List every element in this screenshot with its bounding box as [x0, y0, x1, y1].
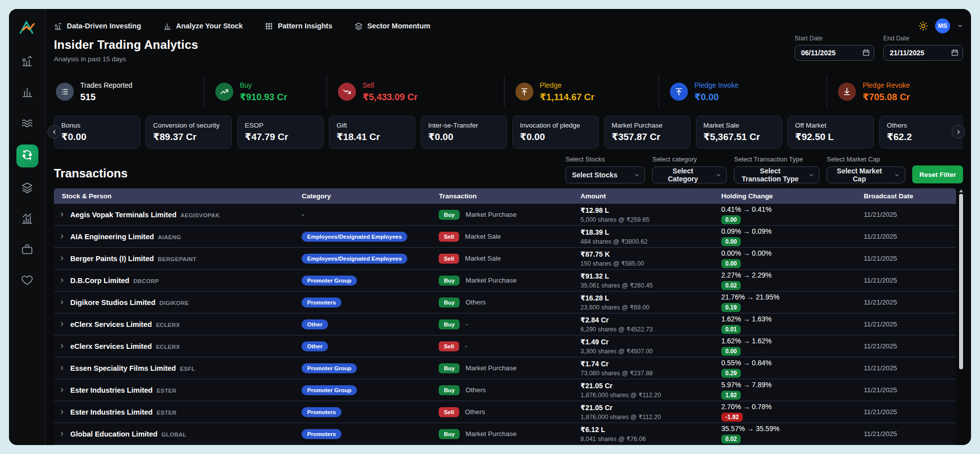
sidebar-item-heart[interactable] [16, 271, 38, 291]
card-label: Off Market [795, 122, 866, 129]
row-expand-chevron-icon[interactable] [59, 365, 65, 371]
amount-value: ₹2.84 Cr [581, 316, 714, 324]
transaction-cell: BuyMarket Purchase [432, 429, 573, 439]
card-value: ₹0.00 [428, 131, 499, 143]
table-row[interactable]: Aegis Vopak Terminals LimitedAEGISVOPAK-… [54, 204, 956, 226]
stat-value: ₹1,114.67 Cr [540, 92, 595, 103]
summary-card-invocation-of-pledge: Invocation of pledge₹0.00 [512, 116, 599, 149]
row-expand-chevron-icon[interactable] [59, 387, 65, 393]
bar-chart-icon [21, 86, 33, 100]
reset-filter-button[interactable]: Reset Filter [912, 165, 963, 183]
transaction-cell: BuyOthers [432, 298, 573, 307]
sidebar-item-growth-chart[interactable] [16, 52, 38, 72]
nav-tabs: Data-Driven InvestingAnalyze Your StockP… [54, 22, 430, 30]
tab-sector-momentum[interactable]: Sector Momentum [354, 22, 431, 30]
tab-label: Analyze Your Stock [176, 22, 243, 30]
table-row[interactable]: Essen Speciality Films LimitedESFLPromot… [54, 357, 956, 379]
row-expand-chevron-icon[interactable] [59, 299, 65, 305]
side-badge: Buy [439, 319, 460, 329]
stock-cell: Berger Paints (I) LimitedBERGEPAINT [54, 254, 295, 263]
amount-value: ₹18.39 L [581, 228, 714, 236]
table-row[interactable]: Digikore Studios LimitedDIGIKOREPromoter… [54, 292, 956, 313]
filter-select-select-transaction-type[interactable]: Select Transaction Type [734, 166, 819, 183]
table-body: Aegis Vopak Terminals LimitedAEGISVOPAK-… [54, 204, 956, 445]
stock-cell: Essen Speciality Films LimitedESFL [54, 364, 295, 373]
amount-detail: 73,080 shares @ ₹237.88 [581, 369, 714, 377]
transaction-type: Market Purchase [466, 364, 516, 372]
row-expand-chevron-icon[interactable] [59, 233, 65, 240]
amount-cell: ₹21.05 Cr1,876,000 shares @ ₹112.20 [574, 404, 714, 421]
chevron-down-icon[interactable] [957, 23, 963, 29]
sidebar-item-briefcase[interactable] [16, 240, 38, 260]
theme-toggle-sun-icon[interactable] [918, 21, 928, 31]
amount-detail: 1,876,000 shares @ ₹112.20 [581, 413, 714, 421]
stock-name: Berger Paints (I) Limited [70, 255, 154, 263]
transactions-header: Transactions Select StocksSelect StocksS… [54, 155, 963, 183]
row-expand-chevron-icon[interactable] [59, 277, 65, 284]
stock-symbol: AEGISVOPAK [180, 212, 220, 218]
carousel-left-button[interactable] [47, 125, 61, 139]
table-row[interactable]: Ester Industries LimitedESTERPromoter Gr… [54, 379, 956, 401]
category-badge: Other [302, 341, 328, 351]
stock-name: eClerx Services Limited [70, 320, 152, 328]
sidebar-item-bar-chart[interactable] [16, 83, 38, 103]
category-cell: Employees/Designated Employees [295, 254, 432, 264]
stat-value: ₹705.08 Cr [862, 92, 910, 103]
summary-card-bonus: Bonus₹0.00 [54, 116, 140, 149]
download-icon [838, 83, 856, 101]
stat-label: Pledge [540, 81, 595, 89]
pattern-icon [265, 22, 273, 30]
list-icon [56, 83, 74, 101]
sidebar-item-waves[interactable] [16, 114, 38, 134]
table-row[interactable]: AIA Engineering LimitedAIAENGEmployees/D… [54, 226, 956, 248]
carousel-right-button[interactable] [952, 125, 965, 139]
sidebar-item-layers[interactable] [16, 178, 38, 198]
end-date-input[interactable] [883, 45, 963, 61]
column-header-holding-change: Holding Change [714, 192, 857, 200]
table-row[interactable]: Berger Paints (I) LimitedBERGEPAINTEmplo… [54, 248, 956, 270]
stat-value: 515 [80, 92, 133, 103]
growth-chart-icon [54, 22, 62, 30]
transaction-type: Others [466, 299, 486, 306]
row-expand-chevron-icon[interactable] [59, 211, 65, 218]
column-header-stock-person: Stock & Person [54, 192, 295, 200]
tab-data-driven-investing[interactable]: Data-Driven Investing [54, 22, 141, 30]
sidebar-item-people-sync[interactable] [16, 145, 38, 167]
category-cell: Other [295, 341, 432, 351]
row-expand-chevron-icon[interactable] [59, 409, 65, 415]
stock-name: Digikore Studios Limited [70, 299, 156, 306]
sidebar-item-chart-mixed[interactable] [16, 209, 38, 229]
table-row[interactable]: eClerx Services LimitedECLERXOtherBuy-₹2… [54, 313, 956, 335]
category-cell: Other [295, 319, 432, 329]
holding-cell: 1.62% → 1.62%0.00 [714, 337, 857, 356]
stock-symbol: DIGIKORE [160, 300, 189, 306]
side-badge: Sell [439, 254, 459, 264]
tab-pattern-insights[interactable]: Pattern Insights [265, 22, 332, 30]
row-expand-chevron-icon[interactable] [59, 255, 65, 262]
avatar[interactable]: MS [935, 18, 950, 33]
holding-cell: 2.70% → 0.78%-1.92 [714, 403, 857, 422]
table-scrollbar[interactable] [959, 189, 963, 443]
table-row[interactable]: D.B.Corp LimitedDBCORPPromoter GroupBuyM… [54, 270, 956, 292]
broadcast-date: 11/21/2025 [857, 408, 956, 416]
scrollbar-up-arrow[interactable] [959, 189, 963, 192]
side-badge: Buy [439, 429, 460, 439]
scrollbar-thumb[interactable] [959, 194, 963, 369]
transaction-type: Market Purchase [466, 211, 516, 218]
holding-cell: 5.97% → 7.89%1.92 [714, 381, 857, 400]
row-expand-chevron-icon[interactable] [59, 321, 65, 327]
row-expand-chevron-icon[interactable] [59, 431, 65, 437]
filter-select-select-category[interactable]: Select Category [652, 166, 727, 183]
start-date-input[interactable] [795, 45, 874, 61]
column-header-broadcast-date: Broadcast Date [857, 192, 956, 200]
stats-row: Trades Reported515Buy₹910.93 CrSell₹5,43… [54, 76, 963, 108]
table-row[interactable]: Global Education LimitedGLOBALPromotersB… [54, 423, 956, 445]
table-row[interactable]: Ester Industries LimitedESTERPromotersSe… [54, 401, 956, 423]
amount-value: ₹16.28 L [581, 294, 714, 302]
filter-select-select-market-cap[interactable]: Select Market Cap [826, 166, 905, 183]
tab-analyze-your-stock[interactable]: Analyze Your Stock [163, 22, 243, 30]
row-expand-chevron-icon[interactable] [59, 343, 65, 349]
filter-select-select-stocks[interactable]: Select Stocks [565, 166, 645, 183]
table-row[interactable]: eClerx Services LimitedECLERXOtherSell-₹… [54, 335, 956, 357]
side-badge: Buy [439, 210, 460, 220]
